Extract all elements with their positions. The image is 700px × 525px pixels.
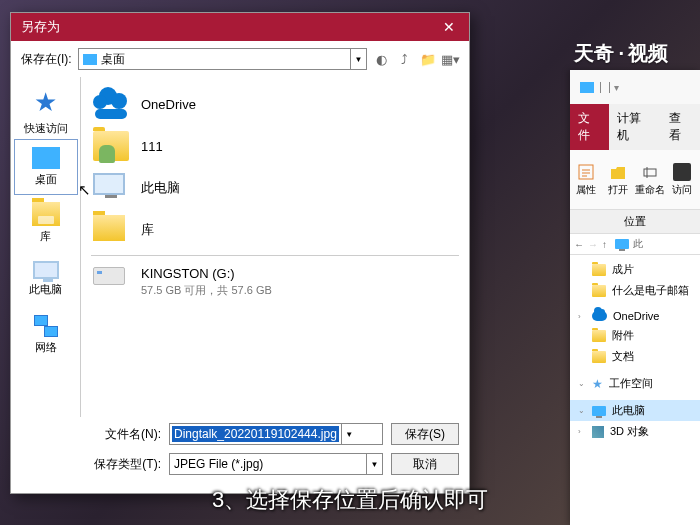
places-sidebar: ★ 快速访问 桌面 库 此电脑 网络 [11, 77, 81, 417]
dialog-titlebar: 另存为 ✕ [11, 13, 469, 41]
tree-item[interactable]: 什么是电子邮箱 [570, 280, 700, 301]
up-icon[interactable]: ↑ [602, 239, 607, 250]
list-item-libraries[interactable]: 库 [91, 209, 459, 251]
star-icon: ★ [592, 377, 603, 391]
list-item-label: KINGSTON (G:) [141, 266, 272, 281]
sidebar-item-thispc[interactable]: 此电脑 [14, 251, 78, 307]
svg-rect-0 [579, 165, 593, 179]
save-as-dialog: 另存为 ✕ 保存在(I): 桌面 ▼ ◐ ⤴ 📁 ▦▾ ★ 快速访问 桌面 库 [10, 12, 470, 494]
divider [91, 255, 459, 256]
close-button[interactable]: ✕ [429, 13, 469, 41]
ribbon-rename[interactable]: 重命名 [634, 150, 666, 209]
background-explorer-window: ▾ 文件 计算机 查看 属性 打开 重命名 访问 位置 ← → ↑ 此 成片 什… [570, 70, 700, 525]
ribbon-properties[interactable]: 属性 [570, 150, 602, 209]
chevron-down-icon: ⌄ [578, 379, 585, 388]
save-button[interactable]: 保存(S) [391, 423, 459, 445]
list-item-label: 此电脑 [141, 179, 180, 197]
monitor-icon [580, 82, 594, 93]
folder-icon [592, 351, 606, 363]
cancel-button[interactable]: 取消 [391, 453, 459, 475]
monitor-icon [592, 406, 606, 416]
sidebar-item-quickaccess[interactable]: ★ 快速访问 [14, 83, 78, 139]
sidebar-item-label: 快速访问 [24, 121, 68, 136]
list-item-label: 111 [141, 139, 163, 154]
drive-icon [93, 267, 125, 285]
monitor-icon [615, 239, 629, 249]
chevron-down-icon[interactable]: ▼ [350, 49, 366, 69]
tab-file[interactable]: 文件 [570, 104, 609, 150]
dialog-bottom: 文件名(N): Dingtalk_20220119102444.jpg ▼ 保存… [11, 417, 469, 493]
video-subtitle: 3、选择保存位置后确认即可 [212, 485, 488, 515]
filetype-combobox[interactable]: JPEG File (*.jpg) ▼ [169, 453, 383, 475]
sidebar-item-label: 桌面 [35, 172, 57, 187]
folder-icon [592, 285, 606, 297]
chevron-right-icon: › [578, 427, 581, 436]
user-folder-icon [93, 131, 129, 161]
tree-item-workspace[interactable]: ⌄★工作空间 [570, 373, 700, 394]
sidebar-item-desktop[interactable]: 桌面 [14, 139, 78, 195]
tree-item-onedrive[interactable]: ›OneDrive [570, 307, 700, 325]
star-icon: ★ [34, 87, 57, 118]
chevron-down-icon: ⌄ [578, 406, 585, 415]
folder-icon [592, 264, 606, 276]
explorer-ribbon: 属性 打开 重命名 访问 [570, 150, 700, 210]
ribbon-visit[interactable]: 访问 [666, 150, 698, 209]
sidebar-item-network[interactable]: 网络 [14, 307, 78, 363]
save-in-combobox[interactable]: 桌面 ▼ [78, 48, 367, 70]
back-icon[interactable]: ← [574, 239, 584, 250]
back-icon[interactable]: ◐ [373, 51, 390, 68]
filetype-label: 保存类型(T): [91, 456, 161, 473]
onedrive-icon [93, 89, 129, 119]
sidebar-item-label: 此电脑 [29, 282, 62, 297]
desktop-icon [32, 147, 60, 169]
list-item-onedrive[interactable]: OneDrive [91, 83, 459, 125]
tab-view[interactable]: 查看 [661, 104, 700, 150]
monitor-icon [33, 261, 59, 279]
cloud-icon [592, 311, 607, 321]
network-icon [34, 315, 58, 337]
sidebar-item-label: 网络 [35, 340, 57, 355]
chevron-down-icon[interactable]: ▼ [366, 454, 382, 474]
up-one-icon[interactable]: ⤴ [396, 51, 413, 68]
list-item-label: 库 [141, 221, 154, 239]
filename-label: 文件名(N): [91, 426, 161, 443]
watermark-logo: 天奇·视频 [572, 40, 670, 67]
drive-capacity-label: 57.5 GB 可用，共 57.6 GB [141, 283, 272, 298]
chevron-down-icon[interactable]: ▼ [341, 424, 357, 444]
dialog-title: 另存为 [21, 18, 60, 36]
ribbon-open[interactable]: 打开 [602, 150, 634, 209]
save-in-row: 保存在(I): 桌面 ▼ ◐ ⤴ 📁 ▦▾ [11, 41, 469, 77]
save-in-value: 桌面 [101, 51, 125, 68]
tree-item-thispc[interactable]: ⌄此电脑 [570, 400, 700, 421]
tree-item[interactable]: 文档 [570, 346, 700, 367]
list-item-thispc[interactable]: 此电脑 [91, 167, 459, 209]
filetype-value: JPEG File (*.jpg) [170, 457, 267, 471]
svg-rect-1 [644, 169, 656, 176]
monitor-icon [93, 173, 125, 195]
filename-value: Dingtalk_20220119102444.jpg [172, 426, 339, 442]
tree-item[interactable]: 附件 [570, 325, 700, 346]
filename-input[interactable]: Dingtalk_20220119102444.jpg ▼ [169, 423, 383, 445]
tab-computer[interactable]: 计算机 [609, 104, 660, 150]
explorer-address-bar[interactable]: ← → ↑ 此 [570, 233, 700, 255]
tree-item[interactable]: ›3D 对象 [570, 421, 700, 442]
folder-icon [592, 330, 606, 342]
list-item-userfolder[interactable]: 111 [91, 125, 459, 167]
new-folder-icon[interactable]: 📁 [419, 51, 436, 68]
chevron-down-icon: ▾ [614, 82, 619, 93]
chevron-right-icon: › [578, 312, 581, 321]
forward-icon[interactable]: → [588, 239, 598, 250]
save-in-label: 保存在(I): [21, 51, 72, 68]
file-list[interactable]: OneDrive 111 此电脑 库 KINGSTON (G:) 57.5 GB… [81, 77, 469, 417]
cube-icon [592, 426, 604, 438]
sidebar-item-label: 库 [40, 229, 51, 244]
address-text: 此 [633, 237, 643, 251]
view-menu-icon[interactable]: ▦▾ [442, 51, 459, 68]
list-item-drive[interactable]: KINGSTON (G:) 57.5 GB 可用，共 57.6 GB [91, 260, 459, 304]
libraries-icon [93, 215, 125, 241]
sidebar-item-libraries[interactable]: 库 [14, 195, 78, 251]
explorer-tree: 成片 什么是电子邮箱 ›OneDrive 附件 文档 ⌄★工作空间 ⌄此电脑 ›… [570, 255, 700, 446]
tree-item[interactable]: 成片 [570, 259, 700, 280]
divider-icon [600, 82, 610, 93]
explorer-quickaccess-bar: ▾ [570, 70, 700, 104]
